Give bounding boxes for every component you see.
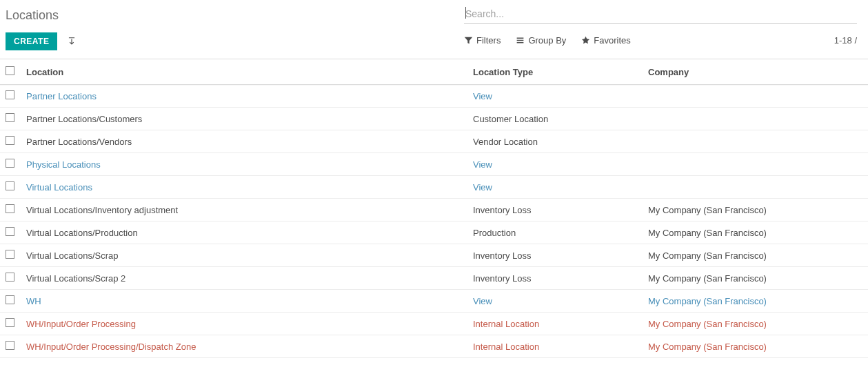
cell-type: View xyxy=(467,85,643,108)
cell-type: View xyxy=(467,290,643,313)
row-checkbox[interactable] xyxy=(6,273,14,282)
star-icon xyxy=(581,36,590,45)
table-row[interactable]: Physical LocationsView xyxy=(0,153,868,176)
table-row[interactable]: Virtual Locations/ScrapInventory LossMy … xyxy=(0,244,868,267)
table-row[interactable]: Virtual Locations/Scrap 2Inventory LossM… xyxy=(0,267,868,290)
cell-location: WH/Input/Order Processing xyxy=(21,313,467,335)
table-row[interactable]: Partner Locations/CustomersCustomer Loca… xyxy=(0,108,868,130)
cell-location: Virtual Locations xyxy=(21,176,467,199)
cell-location: Partner Locations/Vendors xyxy=(21,130,467,153)
search-input[interactable] xyxy=(464,6,857,24)
cell-company: My Company (San Francisco) xyxy=(643,244,868,267)
row-checkbox[interactable] xyxy=(6,90,14,99)
table-row[interactable]: WHViewMy Company (San Francisco) xyxy=(0,290,868,313)
cell-type: Production xyxy=(467,221,643,244)
header-company[interactable]: Company xyxy=(643,59,868,85)
row-checkbox[interactable] xyxy=(6,204,14,213)
cell-company xyxy=(643,130,868,153)
cell-company: My Company (San Francisco) xyxy=(643,335,868,358)
row-checkbox[interactable] xyxy=(6,136,14,145)
cell-company: My Company (San Francisco) xyxy=(643,313,868,335)
table-row[interactable]: WH/Input/Order ProcessingInternal Locati… xyxy=(0,313,868,335)
import-icon[interactable] xyxy=(67,37,77,46)
cell-type: Inventory Loss xyxy=(467,199,643,221)
create-button[interactable]: CREATE xyxy=(6,32,57,50)
favorites-label: Favorites xyxy=(594,35,630,46)
row-checkbox[interactable] xyxy=(6,295,14,304)
funnel-icon xyxy=(464,36,473,45)
cell-location: Partner Locations/Customers xyxy=(21,108,467,130)
table-row[interactable]: Virtual Locations/ProductionProductionMy… xyxy=(0,221,868,244)
cell-company xyxy=(643,85,868,108)
cell-location: Physical Locations xyxy=(21,153,467,176)
filters-label: Filters xyxy=(476,35,501,46)
locations-table: Location Location Type Company Partner L… xyxy=(0,59,868,358)
table-header-row: Location Location Type Company xyxy=(0,59,868,85)
cell-company: My Company (San Francisco) xyxy=(643,267,868,290)
row-checkbox[interactable] xyxy=(6,181,14,190)
cell-type: Customer Location xyxy=(467,108,643,130)
select-all-checkbox[interactable] xyxy=(6,66,14,75)
cell-location: Virtual Locations/Production xyxy=(21,221,467,244)
header-type[interactable]: Location Type xyxy=(467,59,643,85)
filters-dropdown[interactable]: Filters xyxy=(464,35,501,46)
pager[interactable]: 1-18 / xyxy=(834,35,857,46)
cell-type: Inventory Loss xyxy=(467,267,643,290)
header-location[interactable]: Location xyxy=(21,59,467,85)
cell-company xyxy=(643,153,868,176)
page-title: Locations xyxy=(6,8,464,23)
cell-type: Internal Location xyxy=(467,313,643,335)
cell-company xyxy=(643,176,868,199)
cell-type: Vendor Location xyxy=(467,130,643,153)
favorites-dropdown[interactable]: Favorites xyxy=(581,35,630,46)
table-row[interactable]: Partner Locations/VendorsVendor Location xyxy=(0,130,868,153)
cell-company: My Company (San Francisco) xyxy=(643,290,868,313)
row-checkbox[interactable] xyxy=(6,341,14,350)
row-checkbox[interactable] xyxy=(6,159,14,168)
table-row[interactable]: Virtual Locations/Inventory adjustmentIn… xyxy=(0,199,868,221)
groupby-label: Group By xyxy=(528,35,566,46)
cell-location: Virtual Locations/Scrap xyxy=(21,244,467,267)
list-icon xyxy=(516,36,525,45)
cell-type: View xyxy=(467,176,643,199)
cell-location: Virtual Locations/Inventory adjustment xyxy=(21,199,467,221)
cell-company: My Company (San Francisco) xyxy=(643,221,868,244)
cell-type: Inventory Loss xyxy=(467,244,643,267)
cell-location: WH xyxy=(21,290,467,313)
row-checkbox[interactable] xyxy=(6,250,14,259)
text-cursor xyxy=(465,7,466,19)
cell-location: Partner Locations xyxy=(21,85,467,108)
row-checkbox[interactable] xyxy=(6,227,14,236)
table-row[interactable]: Virtual LocationsView xyxy=(0,176,868,199)
cell-company xyxy=(643,108,868,130)
groupby-dropdown[interactable]: Group By xyxy=(516,35,566,46)
row-checkbox[interactable] xyxy=(6,318,14,327)
cell-company: My Company (San Francisco) xyxy=(643,199,868,221)
cell-location: Virtual Locations/Scrap 2 xyxy=(21,267,467,290)
row-checkbox[interactable] xyxy=(6,113,14,122)
table-row[interactable]: Partner LocationsView xyxy=(0,85,868,108)
cell-type: Internal Location xyxy=(467,335,643,358)
cell-location: WH/Input/Order Processing/Dispatch Zone xyxy=(21,335,467,358)
cell-type: View xyxy=(467,153,643,176)
table-row[interactable]: WH/Input/Order Processing/Dispatch ZoneI… xyxy=(0,335,868,358)
